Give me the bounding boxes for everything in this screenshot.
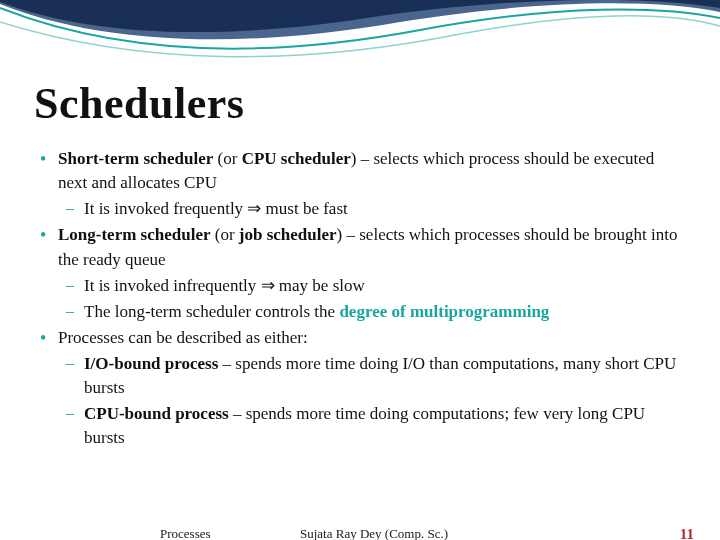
- footer-author: Sujata Ray Dey (Comp. Sc.): [300, 526, 448, 540]
- highlight-term: degree of multiprogramming: [339, 302, 549, 321]
- bullet-item: Long-term scheduler (or job scheduler) –…: [34, 223, 686, 324]
- page-number: 11: [680, 526, 694, 540]
- sub-list: It is invoked frequently ⇒ must be fast: [58, 197, 686, 221]
- footer-section: Processes: [160, 526, 211, 540]
- bullet-item: Processes can be described as either: I/…: [34, 326, 686, 451]
- bullet-mid-bold: CPU scheduler: [242, 149, 351, 168]
- sub-item: CPU-bound process – spends more time doi…: [58, 402, 686, 450]
- bullet-item: Short-term scheduler (or CPU scheduler) …: [34, 147, 686, 221]
- slide: Schedulers Short-term scheduler (or CPU …: [0, 0, 720, 540]
- bullet-text: (or: [211, 225, 239, 244]
- bullet-lead: Short-term scheduler: [58, 149, 213, 168]
- sub-item: It is invoked infrequently ⇒ may be slow: [58, 274, 686, 298]
- bullet-text: Processes can be described as either:: [58, 328, 308, 347]
- bullet-text: (or: [213, 149, 241, 168]
- sub-list: It is invoked infrequently ⇒ may be slow…: [58, 274, 686, 324]
- sub-text: It is invoked infrequently ⇒ may be slow: [84, 276, 365, 295]
- sub-text: It is invoked frequently ⇒ must be fast: [84, 199, 348, 218]
- sub-item: It is invoked frequently ⇒ must be fast: [58, 197, 686, 221]
- bullet-lead: Long-term scheduler: [58, 225, 211, 244]
- sub-pre: The long-term scheduler controls the: [84, 302, 339, 321]
- slide-title: Schedulers: [34, 78, 686, 129]
- sub-list: I/O-bound process – spends more time doi…: [58, 352, 686, 451]
- bullet-list: Short-term scheduler (or CPU scheduler) …: [34, 147, 686, 451]
- sub-bold: I/O-bound process: [84, 354, 218, 373]
- sub-item: I/O-bound process – spends more time doi…: [58, 352, 686, 400]
- sub-item: The long-term scheduler controls the deg…: [58, 300, 686, 324]
- sub-bold: CPU-bound process: [84, 404, 229, 423]
- bullet-mid-bold: job scheduler: [239, 225, 337, 244]
